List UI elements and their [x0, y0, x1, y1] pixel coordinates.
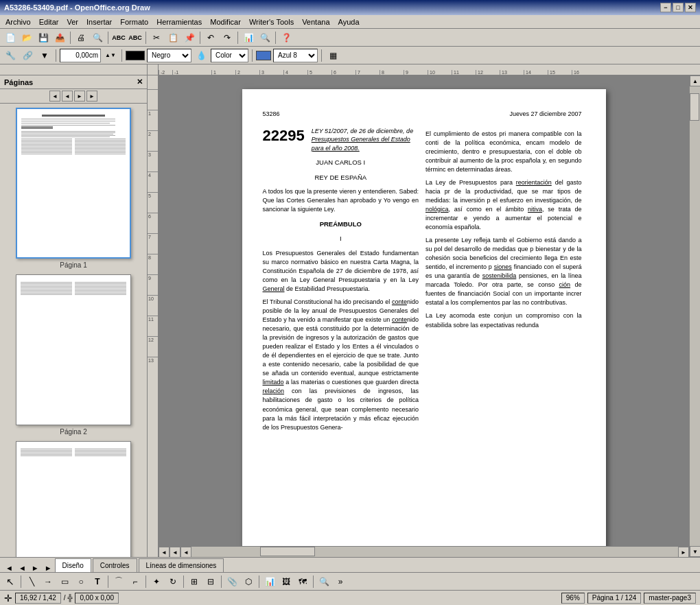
page-thumb-image-1[interactable] [16, 108, 131, 259]
redo-button[interactable]: ↷ [220, 30, 235, 45]
hscroll-left3[interactable]: ◄ [180, 547, 191, 557]
menu-herramientas[interactable]: Herramientas [152, 16, 206, 27]
snap-tool[interactable]: ⊞ [187, 574, 202, 589]
tab-scroll-left2[interactable]: ◄ [16, 564, 29, 572]
tab-scroll-right[interactable]: ► [29, 564, 42, 572]
rect-tool[interactable]: ▭ [57, 574, 72, 589]
menu-ver[interactable]: Ver [62, 16, 82, 27]
arrow-tool[interactable]: → [40, 574, 56, 589]
effects-tool[interactable]: ✦ [149, 574, 164, 589]
paste-button[interactable]: 📌 [182, 30, 197, 45]
vscroll-down[interactable]: ▼ [690, 546, 700, 557]
export-button[interactable]: 📤 [52, 30, 67, 45]
menu-ayuda[interactable]: Ayuda [334, 16, 364, 27]
gallery-tool[interactable]: 🖼 [279, 574, 294, 589]
zoom-in-button[interactable]: 🔍 [257, 30, 272, 45]
cut-button[interactable]: ✂ [149, 30, 164, 45]
print-button[interactable]: 🖨 [73, 30, 89, 45]
menu-writerstools[interactable]: Writer's Tools [245, 16, 298, 27]
pages-scroll-right[interactable]: ► [74, 91, 85, 102]
close-button[interactable]: ✕ [685, 3, 696, 12]
menu-insertar[interactable]: Insertar [82, 16, 116, 27]
pages-scroll-up[interactable]: ◄ [49, 91, 60, 102]
ruler-v-1 [148, 89, 158, 110]
eyedropper-button[interactable]: 💧 [194, 48, 209, 63]
page-thumb-image-3[interactable] [16, 441, 131, 557]
tab-diseno[interactable]: Diseño [55, 558, 91, 572]
preview-button[interactable]: 🔍 [90, 30, 105, 45]
new-button[interactable]: 📄 [3, 30, 18, 45]
page-thumb-2[interactable]: Página 2 [4, 274, 143, 436]
area-button[interactable]: ▦ [325, 48, 340, 63]
text-tool[interactable]: T [90, 574, 105, 589]
tab-controles[interactable]: Controles [93, 558, 137, 572]
tab-lineas[interactable]: Líneas de dimensiones [139, 558, 224, 572]
line-tool[interactable]: ╲ [24, 574, 39, 589]
ellipse-tool[interactable]: ○ [73, 574, 89, 589]
connector-tool[interactable]: ⌐ [128, 574, 143, 589]
zoom-tool[interactable]: 🔍 [316, 574, 331, 589]
chart-tool[interactable]: 📊 [262, 574, 277, 589]
copy-button[interactable]: 📋 [165, 30, 180, 45]
hscroll-right[interactable]: ► [678, 547, 689, 557]
menu-formato[interactable]: Formato [116, 16, 152, 27]
hscroll-track[interactable] [191, 547, 678, 557]
king-name: JUAN CARLOS I [263, 158, 419, 167]
page-thumb-image-2[interactable] [16, 274, 131, 425]
chart-button[interactable]: 📊 [241, 30, 256, 45]
rotate-tool[interactable]: ↻ [165, 574, 180, 589]
sep4 [200, 32, 200, 44]
save-button[interactable]: 💾 [36, 30, 51, 45]
minimize-button[interactable]: − [660, 3, 671, 12]
ruler-v-4: 3 [148, 151, 158, 171]
navigator-tool[interactable]: 🗺 [295, 574, 310, 589]
color-swatch-blue [256, 51, 271, 60]
tab-scroll-left[interactable]: ◄ [3, 564, 16, 572]
help-button[interactable]: ❓ [279, 30, 294, 45]
format-dropdown[interactable]: ▼ [37, 48, 52, 63]
bsep3 [145, 576, 146, 588]
menu-modificar[interactable]: Modificar [206, 16, 245, 27]
align-tool[interactable]: ⊟ [203, 574, 218, 589]
ruler-v-9: 8 [148, 254, 158, 274]
color-select[interactable]: Negro [147, 49, 191, 62]
pages-scroll-left[interactable]: ◄ [62, 91, 73, 102]
vscroll-thumb[interactable] [690, 93, 699, 121]
page-thumb-3[interactable]: Página 3 [4, 441, 143, 557]
autocorrect-button[interactable]: ABC [128, 30, 143, 45]
menu-editar[interactable]: Editar [35, 16, 63, 27]
3d-tool[interactable]: ⬡ [241, 574, 256, 589]
bsep4 [183, 576, 184, 588]
bsep2 [108, 576, 108, 588]
open-button[interactable]: 📂 [19, 30, 34, 45]
undo-button[interactable]: ↶ [203, 30, 218, 45]
maximize-button[interactable]: □ [673, 3, 684, 12]
curve-tool[interactable]: ⌒ [111, 574, 126, 589]
page-thumb-1[interactable]: Página 1 [4, 108, 143, 269]
sep9 [252, 49, 253, 62]
format-btn2[interactable]: 🔗 [20, 48, 35, 63]
pages-scroll-down[interactable]: ► [86, 91, 97, 102]
vscroll-up[interactable]: ▲ [690, 75, 700, 86]
menu-ventana[interactable]: Ventana [298, 16, 334, 27]
document-scroll-area[interactable]: 53286 Jueves 27 diciembre 2007 22295 LEY… [159, 75, 689, 546]
spellcheck-button[interactable]: ABC [111, 30, 126, 45]
ruler-v-10: 9 [148, 274, 158, 295]
hscroll-left2[interactable]: ◄ [170, 547, 180, 557]
hscroll-left[interactable]: ◄ [159, 547, 170, 557]
hscroll-thumb[interactable] [260, 547, 315, 556]
more-tool[interactable]: » [333, 574, 348, 589]
fill-select[interactable]: Color [211, 49, 248, 62]
select-tool[interactable]: ↖ [3, 574, 18, 589]
format-btn1[interactable]: 🔧 [3, 48, 18, 63]
tab-scroll-right2[interactable]: ► [42, 564, 55, 572]
pages-panel-close[interactable]: ✕ [137, 78, 143, 86]
dimension-up[interactable]: ▲▼ [103, 48, 118, 63]
dimension-input[interactable] [60, 49, 101, 62]
vscroll-track[interactable] [690, 86, 700, 546]
paste-special[interactable]: 📎 [224, 574, 240, 589]
menu-archivo[interactable]: Archivo [1, 16, 35, 27]
color2-select[interactable]: Azul 8 [273, 49, 318, 62]
status-zoom[interactable]: 96% [561, 593, 585, 604]
status-bar: ✛ 16,92 / 1,42 / ╬ 0,00 x 0,00 96% Págin… [0, 590, 700, 605]
